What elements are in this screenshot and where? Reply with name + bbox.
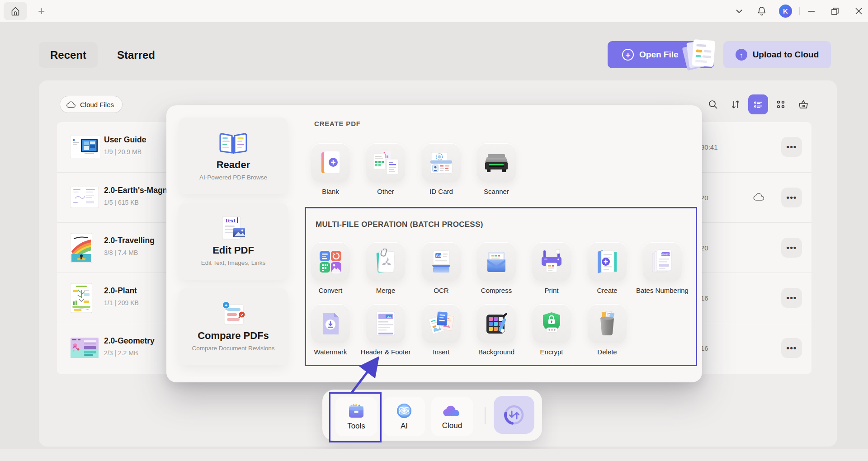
more-options-button[interactable]: ••• <box>781 188 802 207</box>
bates-numbering-label: Bates Numbering <box>626 287 698 294</box>
tab-starred[interactable]: Starred <box>111 42 161 68</box>
tools-highlight-rectangle <box>329 392 382 442</box>
upload-to-cloud-button[interactable]: ↑ Upload to Cloud <box>723 41 831 68</box>
file-time: 30:41 <box>701 143 718 151</box>
ocr-tile[interactable]: Aa <box>422 242 461 281</box>
compare-pdfs-subtitle: Compare Document Revisions <box>179 345 288 352</box>
dock-item-ai[interactable]: AI <box>383 397 425 436</box>
file-thumbnail <box>71 338 99 358</box>
delete-icon <box>596 311 618 336</box>
reader-book-icon <box>218 132 248 155</box>
scanner-tile[interactable] <box>477 143 516 182</box>
file-meta: 1/9 | 20.9 MB <box>104 148 142 155</box>
edit-pdf-subtitle: Edit Text, Images, Links <box>179 259 288 266</box>
file-thumbnail <box>71 136 100 158</box>
file-meta: 1/1 | 209 KB <box>104 299 139 306</box>
more-options-button[interactable]: ••• <box>781 338 802 358</box>
reader-subtitle: AI-Powered PDF Browse <box>179 174 288 181</box>
create-tile[interactable] <box>588 242 627 281</box>
list-view-icon[interactable] <box>748 94 768 114</box>
print-icon <box>539 249 564 275</box>
cloud-files-button[interactable]: Cloud Files <box>60 96 123 113</box>
svg-text:+: + <box>225 302 227 308</box>
chevron-down-icon[interactable] <box>729 0 750 22</box>
svg-text:Aa: Aa <box>436 254 441 258</box>
more-options-button[interactable]: ••• <box>781 137 802 157</box>
encrypt-tile[interactable] <box>532 304 571 343</box>
file-name: 2.0-Plant <box>104 286 137 296</box>
grid-view-icon[interactable] <box>771 94 791 114</box>
cloud-dock-icon <box>442 403 462 419</box>
background-tile[interactable] <box>477 304 516 343</box>
create-icon <box>594 249 620 274</box>
scanner-label: Scanner <box>460 188 533 195</box>
transfer-progress-button[interactable] <box>494 396 534 434</box>
file-meta: 3/8 | 7.4 MB <box>104 249 138 256</box>
blank-icon <box>319 151 342 175</box>
tab-recent[interactable]: Recent <box>39 42 98 68</box>
titlebar-separator <box>799 7 800 15</box>
compress-icon <box>484 249 509 274</box>
restore-icon[interactable] <box>825 0 845 22</box>
header-footer-icon <box>375 311 396 336</box>
sort-icon[interactable] <box>726 94 745 114</box>
edit-pdf-icon: Text <box>219 215 248 241</box>
dock-item-cloud[interactable]: Cloud <box>431 397 473 436</box>
reader-card[interactable]: Reader AI-Powered PDF Browse <box>179 118 288 194</box>
home-tab[interactable] <box>4 2 27 20</box>
watermark-tile[interactable] <box>311 304 350 343</box>
close-icon[interactable] <box>848 0 868 22</box>
file-thumbnail <box>71 233 92 263</box>
more-options-button[interactable]: ••• <box>781 238 802 258</box>
id-card-tile[interactable] <box>422 143 461 182</box>
ocr-icon: Aa <box>429 249 454 274</box>
delete-tile[interactable] <box>588 304 627 343</box>
bates-numbering-tile[interactable]: 000123 <box>643 242 682 281</box>
file-meta: 2/3 | 2.2 MB <box>104 349 138 357</box>
cloud-icon <box>66 101 76 108</box>
watermark-icon <box>320 311 341 336</box>
svg-text:000123: 000123 <box>661 253 670 256</box>
open-file-label: Open File <box>639 50 679 60</box>
header-footer-tile[interactable] <box>366 304 405 343</box>
background-icon <box>484 311 509 336</box>
compare-pdfs-title: Compare PDFs <box>179 330 288 342</box>
upload-arrow-icon: ↑ <box>736 49 747 61</box>
convert-tile[interactable] <box>311 242 350 281</box>
merge-tile[interactable] <box>366 242 405 281</box>
plus-icon: + <box>622 49 634 61</box>
svg-text:Text: Text <box>225 217 236 224</box>
bottom-strip <box>0 449 868 461</box>
edit-pdf-card[interactable]: Text Edit PDF Edit Text, Images, Links <box>179 203 288 280</box>
minimize-icon[interactable] <box>801 0 822 22</box>
batch-heading: MULTI-FILE OPERATION (BATCH PROCESS) <box>316 220 483 229</box>
scanner-icon <box>483 151 509 175</box>
merge-icon <box>373 249 398 275</box>
file-name: User Guide <box>104 135 146 145</box>
basket-icon[interactable] <box>793 94 813 114</box>
other-tile[interactable] <box>366 143 405 182</box>
avatar[interactable]: K <box>779 5 792 18</box>
edit-pdf-title: Edit PDF <box>179 245 288 256</box>
bates-numbering-icon: 000123 <box>650 249 675 275</box>
new-tab-plus-icon[interactable]: + <box>38 4 45 18</box>
insert-tile[interactable] <box>422 304 461 343</box>
ai-icon <box>395 402 414 419</box>
file-name: 2.0-Geometry <box>104 336 155 346</box>
cloud-synced-icon <box>753 193 765 202</box>
create-pdf-heading: CREATE PDF <box>314 120 361 127</box>
more-options-button[interactable]: ••• <box>781 288 802 308</box>
print-tile[interactable] <box>532 242 571 281</box>
compare-pdfs-card[interactable]: + Compare PDFs Compare Document Revision… <box>179 288 288 365</box>
compare-pdfs-icon: + <box>220 301 247 326</box>
convert-icon <box>318 249 343 274</box>
title-bar: + K <box>0 0 868 22</box>
blank-tile[interactable] <box>311 143 350 182</box>
notifications-bell-icon[interactable] <box>751 0 772 22</box>
compress-tile[interactable] <box>477 242 516 281</box>
search-icon[interactable] <box>703 94 723 114</box>
open-file-button[interactable]: + Open File <box>608 41 714 68</box>
cloud-label: Cloud <box>442 421 462 430</box>
ai-label: AI <box>401 422 408 431</box>
transfer-progress-icon <box>502 403 526 427</box>
